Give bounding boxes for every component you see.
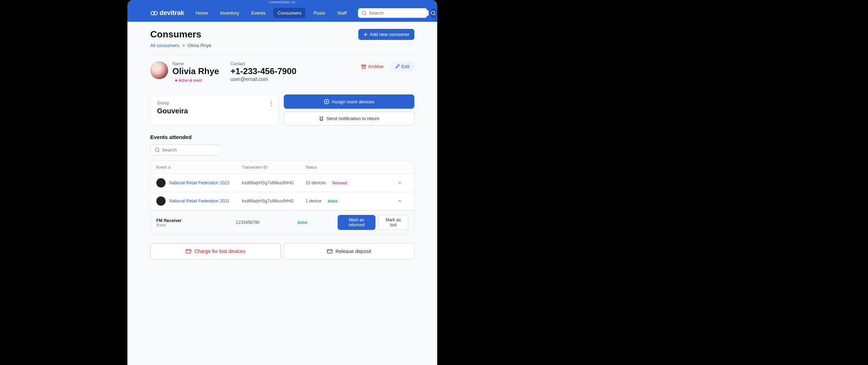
svg-point-14 bbox=[271, 103, 272, 104]
group-card: Group Gouveira bbox=[150, 94, 279, 125]
transaction-id: ksd68alyHSg7s86kusfHHG bbox=[242, 199, 294, 204]
events-attended-title: Events attended bbox=[150, 134, 414, 140]
contact-label: Contact bbox=[231, 61, 297, 66]
plus-circle-icon bbox=[324, 99, 329, 104]
search-icon bbox=[362, 11, 367, 16]
credit-card-icon bbox=[186, 249, 191, 253]
mark-lost-button[interactable]: Mark as lost bbox=[378, 215, 408, 230]
credit-card-icon bbox=[327, 249, 333, 253]
nav-home[interactable]: Home bbox=[191, 8, 212, 18]
search-field[interactable] bbox=[369, 10, 429, 16]
phone-value: +1-233-456-7900 bbox=[231, 66, 297, 76]
email-value: user@email.com bbox=[231, 76, 297, 82]
breadcrumb: All consumers > Olivia Rhye bbox=[150, 43, 414, 48]
transaction-id: ksd68alyHSg7s86kusfHHG bbox=[242, 180, 294, 185]
device-count: 10 devices bbox=[306, 180, 326, 185]
events-search-field[interactable] bbox=[162, 147, 222, 153]
release-deposit-button[interactable]: Release deposit bbox=[284, 243, 414, 259]
breadcrumb-root[interactable]: All consumers bbox=[150, 43, 180, 48]
svg-point-4 bbox=[431, 11, 435, 15]
assign-devices-button[interactable]: Assign more devices bbox=[284, 94, 414, 109]
bell-icon bbox=[319, 116, 324, 121]
header: devitrak Home Inventory Events Consumers… bbox=[127, 4, 437, 22]
search-icon bbox=[155, 148, 160, 153]
more-vertical-icon bbox=[271, 101, 272, 106]
logo-icon bbox=[150, 11, 158, 15]
breadcrumb-current: Olivia Rhye bbox=[187, 43, 211, 48]
archive-button[interactable]: Archive bbox=[358, 61, 387, 72]
logo[interactable]: devitrak bbox=[150, 9, 184, 17]
device-count: 1 device bbox=[306, 199, 322, 204]
nav-staff[interactable]: Staff bbox=[333, 8, 351, 18]
group-value: Gouveira bbox=[157, 107, 188, 115]
svg-point-13 bbox=[271, 101, 272, 102]
archive-icon bbox=[361, 64, 366, 69]
expanded-row: FM Receiver Brand 1233456790 Active Mark… bbox=[151, 210, 414, 234]
company-bar: ContextGlobal, Inc. bbox=[127, 0, 437, 4]
mark-returned-button[interactable]: Mark as returned bbox=[338, 215, 375, 230]
group-label: Group bbox=[157, 101, 188, 106]
device-status-pill: Active bbox=[295, 220, 310, 225]
event-link[interactable]: National Retail Federation 2023 bbox=[169, 180, 229, 185]
nav-events[interactable]: Events bbox=[247, 8, 270, 18]
search-button[interactable] bbox=[431, 9, 436, 18]
status-badge: Active at event bbox=[172, 78, 205, 83]
events-table: Event Transaction ID Status National Ret… bbox=[150, 160, 414, 235]
svg-point-15 bbox=[271, 105, 272, 106]
notify-button[interactable]: Send notification to return bbox=[284, 112, 414, 125]
add-consumer-button[interactable]: Add new consumer bbox=[358, 29, 414, 40]
search-input[interactable] bbox=[358, 8, 427, 18]
svg-point-19 bbox=[155, 148, 159, 151]
status-pill: Active bbox=[325, 199, 340, 204]
nav-posts[interactable]: Posts bbox=[309, 8, 329, 18]
event-avatar bbox=[156, 178, 166, 187]
charge-lost-button[interactable]: Charge for lost devices bbox=[150, 243, 281, 259]
event-link[interactable]: National Retail Federation 2021 bbox=[169, 199, 229, 204]
table-row: National Retail Federation 2023 ksd68aly… bbox=[151, 174, 414, 192]
chevron-up-icon bbox=[398, 200, 402, 202]
logo-text: devitrak bbox=[160, 9, 184, 17]
table-row: National Retail Federation 2021 ksd68aly… bbox=[151, 192, 414, 210]
event-avatar bbox=[156, 196, 166, 206]
device-serial: 1233456790 bbox=[236, 220, 260, 225]
page-title: Consumers bbox=[150, 29, 201, 40]
device-name: FM Receiver bbox=[156, 218, 182, 223]
plus-icon bbox=[363, 32, 368, 37]
svg-point-2 bbox=[362, 11, 365, 15]
nav-consumers[interactable]: Consumers bbox=[273, 8, 306, 18]
edit-button[interactable]: Edit bbox=[390, 61, 414, 72]
svg-rect-24 bbox=[327, 250, 332, 253]
th-transaction: Transaction ID bbox=[242, 165, 306, 169]
nav-inventory[interactable]: Inventory bbox=[216, 8, 243, 18]
collapse-row-button[interactable] bbox=[388, 199, 402, 204]
expand-row-button[interactable] bbox=[388, 180, 402, 185]
svg-rect-22 bbox=[186, 250, 191, 253]
pencil-icon bbox=[395, 64, 400, 69]
th-event[interactable]: Event bbox=[156, 165, 242, 169]
device-brand: Brand bbox=[156, 223, 166, 227]
name-label: Name bbox=[172, 61, 219, 66]
chevron-down-icon bbox=[398, 181, 402, 184]
th-status: Status bbox=[306, 165, 388, 169]
events-search-input[interactable] bbox=[150, 144, 219, 155]
sort-down-icon bbox=[168, 165, 171, 169]
avatar bbox=[150, 61, 168, 79]
status-pill: Returned bbox=[329, 180, 350, 186]
svg-line-20 bbox=[158, 151, 160, 152]
name-value: Olivia Rhye bbox=[172, 66, 219, 76]
group-more-button[interactable] bbox=[271, 101, 272, 108]
svg-line-5 bbox=[434, 14, 435, 15]
svg-line-3 bbox=[365, 14, 366, 15]
